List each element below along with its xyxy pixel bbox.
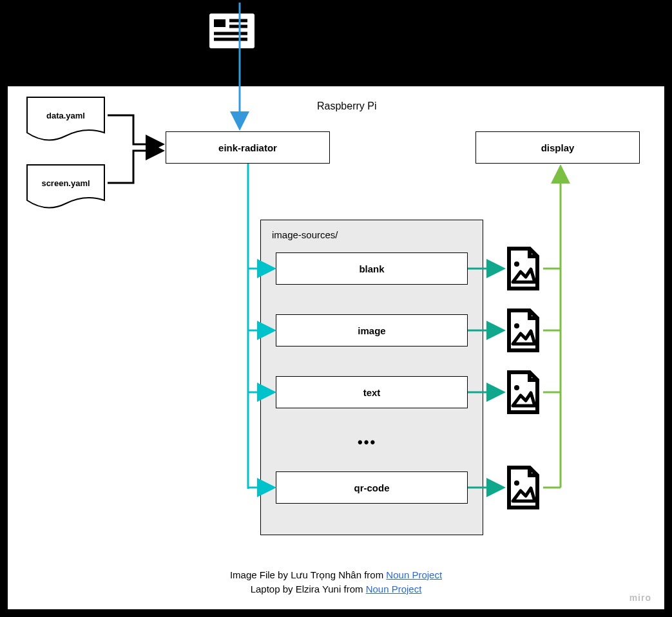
page: Raspberry Pi data.yaml screen.yaml eink-… [0, 0, 672, 617]
arrows-main-to-sources [238, 164, 283, 498]
credit-line-1: Image File by Lưu Trọng Nhân from Noun P… [8, 569, 664, 581]
arrows-images-to-display [541, 164, 580, 498]
display-box: display [475, 131, 640, 164]
arrow-screen-to-main [104, 147, 169, 186]
source-blank-label: blank [359, 263, 384, 274]
display-label: display [541, 142, 575, 153]
svg-point-17 [514, 323, 519, 328]
image-file-icon [504, 370, 542, 415]
file-data-label: data.yaml [24, 111, 108, 120]
miro-watermark: miro [629, 593, 651, 603]
image-file-icon [504, 246, 542, 291]
sources-ellipsis: ••• [358, 434, 376, 451]
source-image-label: image [358, 325, 385, 336]
svg-rect-1 [214, 19, 226, 27]
svg-point-19 [514, 480, 519, 486]
source-text: text [276, 376, 468, 408]
arrow-laptop-to-main [233, 3, 259, 131]
source-blank: blank [276, 252, 468, 285]
credit1-link[interactable]: Noun Project [386, 569, 442, 580]
credit1-text: Image File by Lưu Trọng Nhân from [230, 569, 386, 580]
source-image: image [276, 314, 468, 346]
laptop-icon [193, 5, 271, 76]
source-qr: qr-code [276, 471, 468, 504]
credit-line-2: Laptop by Elzira Yuni from Noun Project [8, 584, 664, 594]
credit2-link[interactable]: Noun Project [366, 584, 422, 594]
image-file-icon [504, 465, 542, 510]
eink-radiator-label: eink-radiator [218, 142, 277, 153]
source-qr-label: qr-code [354, 482, 389, 493]
arrow-data-to-main [104, 112, 169, 151]
svg-point-16 [514, 261, 519, 267]
eink-radiator-box: eink-radiator [166, 131, 330, 164]
file-screen-label: screen.yaml [24, 178, 108, 188]
container-title: Raspberry Pi [317, 100, 376, 112]
image-file-icon [504, 308, 542, 353]
credit2-text: Laptop by Elzira Yuni from [251, 584, 366, 594]
raspberry-pi-container: Raspberry Pi data.yaml screen.yaml eink-… [6, 85, 666, 611]
source-text-label: text [363, 387, 381, 398]
svg-point-18 [514, 385, 519, 390]
